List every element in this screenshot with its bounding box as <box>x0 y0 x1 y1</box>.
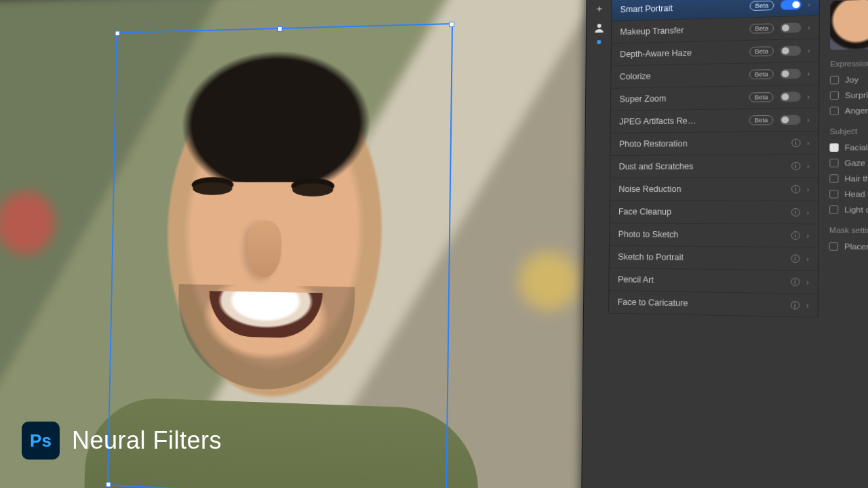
option-placement[interactable]: Placement <box>829 239 868 256</box>
filter-label: Sketch to Portrait <box>618 252 791 264</box>
filter-row[interactable]: Pencil Arti› <box>609 268 817 294</box>
info-icon[interactable]: i <box>791 301 800 310</box>
filter-toggle[interactable] <box>780 115 801 125</box>
active-indicator-icon <box>597 40 601 44</box>
chevron-right-icon: › <box>806 302 809 310</box>
filter-label: Pencil Art <box>618 274 791 287</box>
overlay-title: Neural Filters <box>72 426 222 455</box>
option-gaze[interactable]: Gaze <box>829 155 868 171</box>
filter-row[interactable]: Super ZoomBeta› <box>611 85 818 111</box>
info-icon[interactable]: i <box>791 254 800 263</box>
beta-badge: Beta <box>749 115 773 125</box>
section-expressions: Expressions <box>830 56 868 68</box>
face-thumbnail[interactable] <box>830 0 868 50</box>
chevron-right-icon: › <box>808 24 810 31</box>
option-surprise[interactable]: Surprise <box>830 85 868 103</box>
filter-label: Noise Reduction <box>618 184 791 194</box>
panel-category-strip <box>584 0 612 314</box>
chevron-right-icon: › <box>807 185 810 192</box>
canvas-area[interactable] <box>0 0 587 488</box>
option-joy[interactable]: Joy <box>830 69 868 88</box>
beta-badge: Beta <box>749 92 773 102</box>
section-subject: Subject <box>829 125 868 136</box>
filter-label: Colorize <box>620 70 749 82</box>
filter-toggle[interactable] <box>780 92 801 102</box>
filter-label: Makeup Transfer <box>620 24 749 37</box>
sparkle-icon[interactable] <box>593 5 605 16</box>
chevron-right-icon: › <box>807 116 810 123</box>
chevron-right-icon: › <box>807 162 810 169</box>
beta-badge: Beta <box>750 1 774 11</box>
chevron-right-icon: › <box>807 70 810 77</box>
info-icon[interactable]: i <box>791 208 800 216</box>
info-icon[interactable]: i <box>791 139 800 147</box>
chevron-right-icon: › <box>806 278 809 286</box>
filter-toggle[interactable] <box>780 45 801 56</box>
chevron-right-icon: › <box>806 255 809 262</box>
beta-badge: Beta <box>749 46 773 56</box>
person-icon[interactable] <box>593 22 605 33</box>
chevron-right-icon: › <box>807 139 810 146</box>
filter-row[interactable]: Sketch to Portraiti› <box>610 246 818 271</box>
option-light-direction[interactable]: Light direction <box>829 202 868 218</box>
option-facial-age[interactable]: Facial age <box>829 138 868 155</box>
svg-point-0 <box>597 24 601 28</box>
filter-label: Smart Portrait <box>620 1 750 15</box>
overlay-branding: Ps Neural Filters <box>22 422 222 460</box>
photoshop-logo-icon: Ps <box>22 422 60 460</box>
info-icon[interactable]: i <box>791 185 800 193</box>
filter-label: Face Cleanup <box>618 207 791 217</box>
option-hair-thickness[interactable]: Hair thickness <box>829 170 868 186</box>
subject-eye <box>292 184 333 197</box>
filter-toggle[interactable] <box>780 22 801 33</box>
filter-toggle[interactable] <box>781 0 802 10</box>
neural-filters-panel: Neural Filters Smart PortraitBeta›Makeup… <box>581 0 868 488</box>
subject-eye <box>193 182 232 195</box>
filter-row[interactable]: Face Cleanupi› <box>610 201 818 224</box>
chevron-right-icon: › <box>808 1 810 8</box>
filter-row[interactable]: JPEG Artifacts Re…Beta› <box>611 108 818 134</box>
filter-toggle[interactable] <box>780 68 801 79</box>
filter-row[interactable]: ColorizeBeta› <box>611 62 818 89</box>
option-head-direction[interactable]: Head direction <box>829 186 868 203</box>
info-icon[interactable]: i <box>791 162 800 170</box>
info-icon[interactable]: i <box>791 231 800 240</box>
chevron-right-icon: › <box>806 232 809 239</box>
chevron-right-icon: › <box>808 47 810 54</box>
filter-label: JPEG Artifacts Re… <box>619 115 749 126</box>
filter-label: Photo to Sketch <box>618 230 791 241</box>
filter-label: Dust and Scratches <box>619 161 791 171</box>
beta-badge: Beta <box>749 69 773 79</box>
filter-row[interactable]: Photo Restorationi› <box>610 131 818 156</box>
filter-row[interactable]: Noise Reductioni› <box>610 178 818 201</box>
filter-label: Photo Restoration <box>619 138 791 149</box>
chevron-right-icon: › <box>806 209 809 216</box>
chevron-right-icon: › <box>807 93 810 100</box>
filter-label: Face to Caricature <box>618 298 791 310</box>
filter-row[interactable]: Photo to Sketchi› <box>610 223 818 247</box>
filter-label: Super Zoom <box>619 93 749 104</box>
filter-options: Expressions Joy Surprise Anger Subject F… <box>818 0 868 322</box>
option-anger[interactable]: Anger <box>830 101 868 119</box>
filter-row[interactable]: Dust and Scratchesi› <box>610 155 818 178</box>
filter-label: Depth-Aware Haze <box>620 47 749 59</box>
filter-row[interactable]: Face to Caricaturei› <box>609 291 818 317</box>
filter-list: Smart PortraitBeta›Makeup TransferBeta›D… <box>609 0 820 318</box>
beta-badge: Beta <box>750 23 774 33</box>
section-mask: Mask settings <box>829 226 868 235</box>
info-icon[interactable]: i <box>791 278 800 287</box>
